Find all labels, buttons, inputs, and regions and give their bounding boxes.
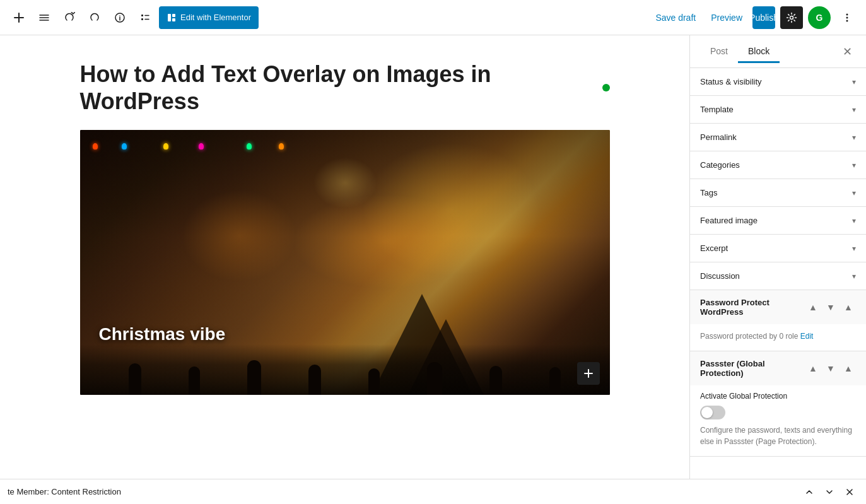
chevron-down-icon-permalink: ▾ [852, 133, 856, 142]
section-categories-header[interactable]: Categories ▾ [690, 151, 866, 179]
section-featured-image: Featured image ▾ [690, 207, 866, 235]
bottom-nav-close-button[interactable] [841, 483, 858, 501]
bottom-nav-up-button[interactable] [800, 483, 818, 501]
toggle-knob [701, 407, 713, 418]
plugin-panel-passster-content: Activate Global Protection Configure the… [690, 385, 866, 456]
right-sidebar: Post Block ✕ Status & visibility ▾ Templ… [689, 35, 866, 479]
panel-drag-button[interactable]: ▲ [841, 300, 856, 315]
section-discussion-label: Discussion [700, 271, 740, 281]
section-excerpt-header[interactable]: Excerpt ▾ [690, 235, 866, 262]
section-tags-header[interactable]: Tags ▾ [690, 179, 866, 206]
passster-toggle-container [700, 406, 856, 419]
info-button[interactable] [108, 6, 131, 29]
plugin-panel-password-protect-title: Password Protect WordPress [700, 298, 805, 317]
passster-expand-down-button[interactable]: ▼ [823, 361, 838, 376]
bottom-bar-controls [800, 483, 858, 501]
publish-button[interactable]: Publish [752, 6, 775, 29]
svg-point-9 [846, 20, 848, 21]
svg-rect-2 [141, 18, 143, 20]
plugin-panel-password-protect: Password Protect WordPress ▲ ▼ ▲ Passwor… [690, 290, 866, 351]
svg-rect-3 [168, 14, 171, 21]
settings-button[interactable] [780, 6, 803, 29]
tab-block[interactable]: Block [738, 41, 780, 63]
svg-point-8 [846, 16, 848, 18]
svg-rect-1 [141, 15, 143, 16]
sidebar-tabs: Post Block ✕ [690, 35, 866, 68]
toolbar-right-group: Save draft Preview Publish G [650, 6, 858, 29]
tools-button[interactable] [33, 6, 56, 29]
passster-drag-button[interactable]: ▲ [841, 361, 856, 376]
section-permalink-header[interactable]: Permalink ▾ [690, 124, 866, 151]
more-options-button[interactable] [836, 6, 858, 29]
user-avatar[interactable]: G [808, 6, 831, 29]
list-view-button[interactable] [134, 6, 156, 29]
preview-button[interactable]: Preview [706, 9, 747, 26]
editor-content: How to Add Text Overlay on Images in Wor… [80, 61, 610, 395]
bottom-bar-label: te Member: Content Restriction [8, 487, 121, 496]
plugin-panel-passster-controls: ▲ ▼ ▲ [805, 361, 856, 376]
save-draft-button[interactable]: Save draft [650, 9, 701, 26]
section-excerpt-label: Excerpt [700, 243, 728, 253]
panel-expand-down-button[interactable]: ▼ [823, 300, 838, 315]
undo-button[interactable] [58, 6, 81, 29]
section-discussion: Discussion ▾ [690, 262, 866, 290]
close-sidebar-button[interactable]: ✕ [838, 43, 856, 61]
add-block-image-button[interactable] [577, 362, 600, 385]
plugin-password-edit-link[interactable]: Edit [800, 332, 814, 341]
section-categories-label: Categories [700, 160, 740, 170]
section-template: Template ▾ [690, 96, 866, 124]
svg-rect-5 [172, 18, 175, 21]
chevron-down-icon-tags: ▾ [852, 189, 856, 197]
passster-toggle-switch[interactable] [700, 406, 725, 419]
main-toolbar: Edit with Elementor Save draft Preview P… [0, 0, 866, 35]
image-caption-text: Christmas vibe [99, 324, 226, 344]
bottom-bar: te Member: Content Restriction [0, 479, 866, 504]
section-template-header[interactable]: Template ▾ [690, 96, 866, 123]
plugin-panel-passster-title: Passster (Global Protection) [700, 359, 805, 378]
chevron-down-icon-featured: ▾ [852, 216, 856, 225]
passster-activate-label: Activate Global Protection [700, 392, 856, 401]
section-template-label: Template [700, 105, 734, 114]
svg-rect-4 [172, 14, 175, 17]
edit-elementor-button[interactable]: Edit with Elementor [159, 6, 259, 29]
chevron-down-icon-discussion: ▾ [852, 272, 856, 281]
plugin-password-description: Password protected by 0 role Edit [700, 331, 856, 342]
post-title-text: How to Add Text Overlay on Images in Wor… [80, 61, 595, 115]
passster-configure-desc: Configure the password, texts and everyt… [700, 425, 856, 447]
svg-point-7 [846, 13, 848, 15]
main-layout: How to Add Text Overlay on Images in Wor… [0, 35, 866, 479]
chevron-down-icon-template: ▾ [852, 105, 856, 114]
section-permalink-label: Permalink [700, 132, 737, 142]
plugin-panel-passster: Passster (Global Protection) ▲ ▼ ▲ Activ… [690, 351, 866, 457]
tab-post[interactable]: Post [700, 41, 738, 63]
toolbar-left-group: Edit with Elementor [8, 6, 259, 29]
passster-expand-up-button[interactable]: ▲ [805, 361, 821, 376]
bottom-nav-down-button[interactable] [821, 483, 838, 501]
section-tags: Tags ▾ [690, 179, 866, 207]
panel-expand-up-button[interactable]: ▲ [805, 300, 821, 315]
add-block-toolbar-button[interactable] [8, 6, 30, 29]
section-status-visibility: Status & visibility ▾ [690, 68, 866, 96]
chevron-down-icon: ▾ [852, 78, 856, 86]
section-tags-label: Tags [700, 188, 717, 197]
section-status-visibility-label: Status & visibility [700, 77, 762, 86]
chevron-down-icon-categories: ▾ [852, 161, 856, 170]
featured-image-bg [80, 130, 610, 395]
section-featured-image-header[interactable]: Featured image ▾ [690, 207, 866, 234]
redo-button[interactable] [83, 6, 106, 29]
plugin-panel-password-protect-header: Password Protect WordPress ▲ ▼ ▲ [690, 290, 866, 324]
section-discussion-header[interactable]: Discussion ▾ [690, 262, 866, 290]
plugin-panel-controls: ▲ ▼ ▲ [805, 300, 856, 315]
section-excerpt: Excerpt ▾ [690, 235, 866, 262]
section-featured-image-label: Featured image [700, 216, 758, 225]
plugin-panel-passster-header: Passster (Global Protection) ▲ ▼ ▲ [690, 351, 866, 385]
section-categories: Categories ▾ [690, 151, 866, 179]
autosave-dot [602, 84, 610, 91]
post-title[interactable]: How to Add Text Overlay on Images in Wor… [80, 61, 610, 115]
image-block[interactable]: Christmas vibe [80, 130, 610, 395]
section-permalink: Permalink ▾ [690, 124, 866, 151]
editor-area[interactable]: How to Add Text Overlay on Images in Wor… [0, 35, 689, 479]
plugin-panel-password-protect-content: Password protected by 0 role Edit [690, 324, 866, 351]
section-status-visibility-header[interactable]: Status & visibility ▾ [690, 68, 866, 95]
svg-point-6 [790, 16, 793, 19]
